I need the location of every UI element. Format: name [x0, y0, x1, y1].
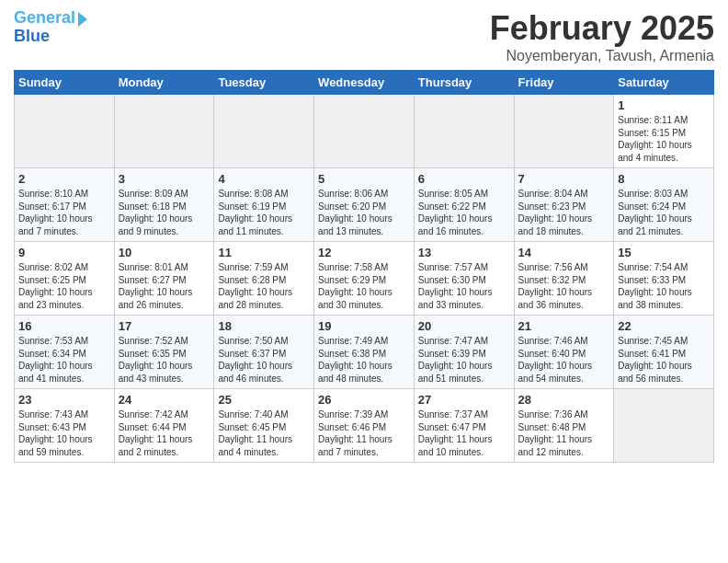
- week-row-0: 1Sunrise: 8:11 AM Sunset: 6:15 PM Daylig…: [15, 95, 714, 168]
- day-cell: [514, 95, 614, 168]
- day-cell: 27Sunrise: 7:37 AM Sunset: 6:47 PM Dayli…: [414, 389, 514, 463]
- day-cell: [614, 389, 714, 463]
- col-tuesday: Tuesday: [214, 71, 314, 95]
- day-cell: 12Sunrise: 7:58 AM Sunset: 6:29 PM Dayli…: [314, 242, 415, 316]
- day-cell: 20Sunrise: 7:47 AM Sunset: 6:39 PM Dayli…: [414, 316, 514, 389]
- day-number: 4: [218, 172, 310, 186]
- day-cell: 21Sunrise: 7:46 AM Sunset: 6:40 PM Dayli…: [514, 316, 614, 389]
- day-cell: 18Sunrise: 7:50 AM Sunset: 6:37 PM Dayli…: [214, 316, 314, 389]
- day-number: 16: [18, 319, 110, 333]
- day-info: Sunrise: 8:01 AM Sunset: 6:27 PM Dayligh…: [119, 261, 210, 311]
- week-row-3: 16Sunrise: 7:53 AM Sunset: 6:34 PM Dayli…: [15, 316, 714, 389]
- day-info: Sunrise: 7:37 AM Sunset: 6:47 PM Dayligh…: [418, 408, 510, 458]
- header: General Blue February 2025 Noyemberyan, …: [14, 9, 714, 64]
- day-number: 3: [119, 172, 210, 186]
- day-cell: 4Sunrise: 8:08 AM Sunset: 6:19 PM Daylig…: [214, 168, 314, 242]
- day-cell: 16Sunrise: 7:53 AM Sunset: 6:34 PM Dayli…: [15, 316, 115, 389]
- day-cell: 15Sunrise: 7:54 AM Sunset: 6:33 PM Dayli…: [614, 242, 714, 316]
- day-info: Sunrise: 8:03 AM Sunset: 6:24 PM Dayligh…: [618, 188, 710, 237]
- day-info: Sunrise: 7:57 AM Sunset: 6:30 PM Dayligh…: [418, 261, 510, 311]
- day-cell: 25Sunrise: 7:40 AM Sunset: 6:45 PM Dayli…: [214, 389, 314, 463]
- day-info: Sunrise: 7:45 AM Sunset: 6:41 PM Dayligh…: [618, 335, 710, 385]
- day-cell: 6Sunrise: 8:05 AM Sunset: 6:22 PM Daylig…: [414, 168, 514, 242]
- day-number: 2: [18, 172, 110, 186]
- day-cell: 7Sunrise: 8:04 AM Sunset: 6:23 PM Daylig…: [514, 168, 614, 242]
- day-cell: 14Sunrise: 7:56 AM Sunset: 6:32 PM Dayli…: [514, 242, 614, 316]
- day-cell: 5Sunrise: 8:06 AM Sunset: 6:20 PM Daylig…: [314, 168, 415, 242]
- header-row: Sunday Monday Tuesday Wednesday Thursday…: [15, 71, 714, 95]
- day-cell: 1Sunrise: 8:11 AM Sunset: 6:15 PM Daylig…: [614, 95, 714, 168]
- calendar-table: Sunday Monday Tuesday Wednesday Thursday…: [14, 70, 714, 463]
- day-cell: 26Sunrise: 7:39 AM Sunset: 6:46 PM Dayli…: [314, 389, 415, 463]
- day-cell: 23Sunrise: 7:43 AM Sunset: 6:43 PM Dayli…: [15, 389, 115, 463]
- day-info: Sunrise: 7:58 AM Sunset: 6:29 PM Dayligh…: [318, 261, 410, 311]
- title-block: February 2025 Noyemberyan, Tavush, Armen…: [490, 9, 714, 64]
- month-title: February 2025: [490, 9, 714, 48]
- week-row-4: 23Sunrise: 7:43 AM Sunset: 6:43 PM Dayli…: [15, 389, 714, 463]
- day-number: 10: [119, 246, 210, 259]
- week-row-1: 2Sunrise: 8:10 AM Sunset: 6:17 PM Daylig…: [15, 168, 714, 242]
- day-number: 19: [318, 319, 410, 333]
- day-cell: [15, 95, 115, 168]
- day-number: 1: [618, 98, 710, 112]
- day-number: 23: [18, 393, 110, 407]
- day-info: Sunrise: 8:10 AM Sunset: 6:17 PM Dayligh…: [18, 188, 110, 237]
- day-cell: 10Sunrise: 8:01 AM Sunset: 6:27 PM Dayli…: [114, 242, 214, 316]
- col-friday: Friday: [514, 71, 614, 95]
- day-cell: 9Sunrise: 8:02 AM Sunset: 6:25 PM Daylig…: [15, 242, 115, 316]
- day-info: Sunrise: 7:39 AM Sunset: 6:46 PM Dayligh…: [318, 408, 410, 458]
- day-cell: 24Sunrise: 7:42 AM Sunset: 6:44 PM Dayli…: [114, 389, 214, 463]
- day-info: Sunrise: 7:43 AM Sunset: 6:43 PM Dayligh…: [18, 408, 110, 458]
- day-info: Sunrise: 7:47 AM Sunset: 6:39 PM Dayligh…: [418, 335, 510, 385]
- day-info: Sunrise: 8:09 AM Sunset: 6:18 PM Dayligh…: [119, 188, 210, 237]
- day-number: 27: [418, 393, 510, 407]
- location-title: Noyemberyan, Tavush, Armenia: [490, 48, 714, 64]
- col-saturday: Saturday: [614, 71, 714, 95]
- day-number: 22: [618, 319, 710, 333]
- day-cell: [114, 95, 214, 168]
- day-cell: 8Sunrise: 8:03 AM Sunset: 6:24 PM Daylig…: [614, 168, 714, 242]
- day-cell: 13Sunrise: 7:57 AM Sunset: 6:30 PM Dayli…: [414, 242, 514, 316]
- day-info: Sunrise: 8:02 AM Sunset: 6:25 PM Dayligh…: [18, 261, 110, 311]
- day-info: Sunrise: 7:36 AM Sunset: 6:48 PM Dayligh…: [518, 408, 610, 458]
- day-number: 14: [518, 246, 610, 259]
- day-info: Sunrise: 7:56 AM Sunset: 6:32 PM Dayligh…: [518, 261, 610, 311]
- day-info: Sunrise: 8:06 AM Sunset: 6:20 PM Dayligh…: [318, 188, 410, 237]
- day-number: 17: [119, 319, 210, 333]
- day-number: 13: [418, 246, 510, 259]
- col-sunday: Sunday: [15, 71, 115, 95]
- day-info: Sunrise: 7:42 AM Sunset: 6:44 PM Dayligh…: [119, 408, 210, 458]
- day-cell: 17Sunrise: 7:52 AM Sunset: 6:35 PM Dayli…: [114, 316, 214, 389]
- page-container: General Blue February 2025 Noyemberyan, …: [0, 0, 728, 472]
- day-cell: 11Sunrise: 7:59 AM Sunset: 6:28 PM Dayli…: [214, 242, 314, 316]
- col-thursday: Thursday: [414, 71, 514, 95]
- day-number: 5: [318, 172, 410, 186]
- day-info: Sunrise: 7:53 AM Sunset: 6:34 PM Dayligh…: [18, 335, 110, 385]
- day-number: 18: [218, 319, 310, 333]
- day-number: 9: [18, 246, 110, 259]
- day-number: 24: [119, 393, 210, 407]
- day-number: 11: [218, 246, 310, 259]
- day-info: Sunrise: 7:46 AM Sunset: 6:40 PM Dayligh…: [518, 335, 610, 385]
- day-number: 28: [518, 393, 610, 407]
- day-number: 8: [618, 172, 710, 186]
- day-number: 21: [518, 319, 610, 333]
- day-number: 7: [518, 172, 610, 186]
- logo-arrow-icon: [78, 12, 87, 27]
- day-info: Sunrise: 8:05 AM Sunset: 6:22 PM Dayligh…: [418, 188, 510, 237]
- day-cell: [414, 95, 514, 168]
- logo-text: General: [14, 9, 75, 28]
- col-wednesday: Wednesday: [314, 71, 415, 95]
- day-cell: 19Sunrise: 7:49 AM Sunset: 6:38 PM Dayli…: [314, 316, 415, 389]
- day-cell: 3Sunrise: 8:09 AM Sunset: 6:18 PM Daylig…: [114, 168, 214, 242]
- week-row-2: 9Sunrise: 8:02 AM Sunset: 6:25 PM Daylig…: [15, 242, 714, 316]
- day-info: Sunrise: 7:54 AM Sunset: 6:33 PM Dayligh…: [618, 261, 710, 311]
- day-number: 15: [618, 246, 710, 259]
- day-cell: 2Sunrise: 8:10 AM Sunset: 6:17 PM Daylig…: [15, 168, 115, 242]
- day-info: Sunrise: 8:04 AM Sunset: 6:23 PM Dayligh…: [518, 188, 610, 237]
- day-cell: [214, 95, 314, 168]
- day-cell: 22Sunrise: 7:45 AM Sunset: 6:41 PM Dayli…: [614, 316, 714, 389]
- day-cell: 28Sunrise: 7:36 AM Sunset: 6:48 PM Dayli…: [514, 389, 614, 463]
- day-info: Sunrise: 7:49 AM Sunset: 6:38 PM Dayligh…: [318, 335, 410, 385]
- day-info: Sunrise: 7:52 AM Sunset: 6:35 PM Dayligh…: [119, 335, 210, 385]
